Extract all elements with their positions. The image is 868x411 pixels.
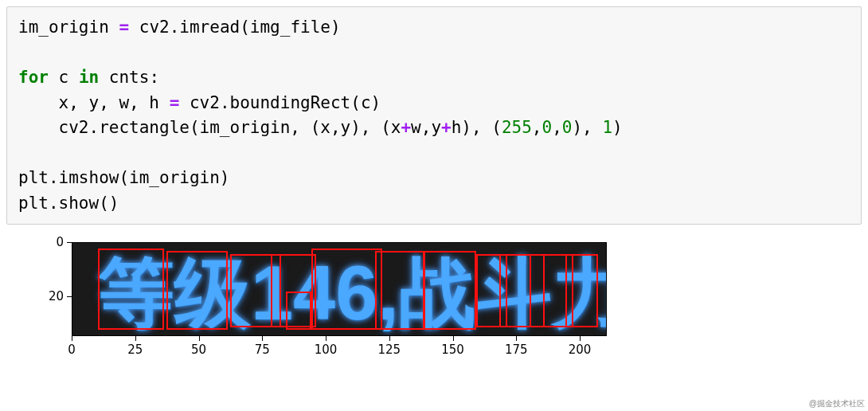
bounding-box bbox=[286, 292, 311, 330]
x-tick-label: 125 bbox=[377, 342, 401, 357]
x-tick-label: 75 bbox=[255, 342, 270, 357]
code-line-1: im_origin = cv2.imread(img_file) bbox=[18, 18, 341, 37]
code-line-7: plt.imshow(im_origin) bbox=[18, 168, 230, 187]
code-line-8: plt.show() bbox=[18, 194, 119, 213]
code-line-4: x, y, w, h = cv2.boundingRect(c) bbox=[18, 93, 381, 112]
y-tick-label: 20 bbox=[49, 289, 64, 303]
x-tick-mark bbox=[453, 336, 454, 341]
x-tick-label: 0 bbox=[68, 342, 76, 357]
x-tick-mark bbox=[516, 336, 517, 341]
bounding-box bbox=[311, 249, 382, 330]
bounding-box bbox=[166, 251, 228, 330]
x-tick-mark bbox=[72, 336, 72, 341]
plot-image: 等级146,战斗力1624 bbox=[72, 243, 606, 335]
x-tick-mark bbox=[389, 336, 390, 341]
bounding-box bbox=[565, 254, 598, 327]
x-tick-mark bbox=[199, 336, 200, 341]
x-tick-label: 50 bbox=[191, 342, 206, 357]
x-tick-mark bbox=[135, 336, 136, 341]
x-tick-mark bbox=[262, 336, 263, 341]
x-tick-label: 25 bbox=[127, 342, 143, 357]
code-line-5: cv2.rectangle(im_origin, (x,y), (x+w,y+h… bbox=[18, 118, 623, 137]
y-axis: 020 bbox=[33, 242, 72, 336]
bounding-box bbox=[375, 251, 426, 330]
x-tick-label: 175 bbox=[505, 342, 528, 357]
code-block: im_origin = cv2.imread(img_file) for c i… bbox=[6, 6, 862, 225]
x-tick-mark bbox=[326, 336, 326, 341]
x-tick-label: 100 bbox=[315, 342, 338, 357]
x-axis: 0255075100125150175200 bbox=[72, 336, 607, 368]
bounding-box bbox=[98, 249, 164, 330]
x-tick-label: 200 bbox=[569, 342, 592, 357]
y-tick-label: 0 bbox=[56, 235, 64, 249]
code-line-3: for c in cnts: bbox=[18, 68, 159, 87]
x-tick-mark bbox=[580, 336, 581, 341]
plot-frame: 等级146,战斗力1624 bbox=[72, 242, 607, 336]
x-tick-label: 150 bbox=[441, 342, 464, 357]
bounding-box bbox=[423, 251, 476, 330]
matplotlib-output: 020 等级146,战斗力1624 0255075100125150175200 bbox=[33, 242, 615, 370]
